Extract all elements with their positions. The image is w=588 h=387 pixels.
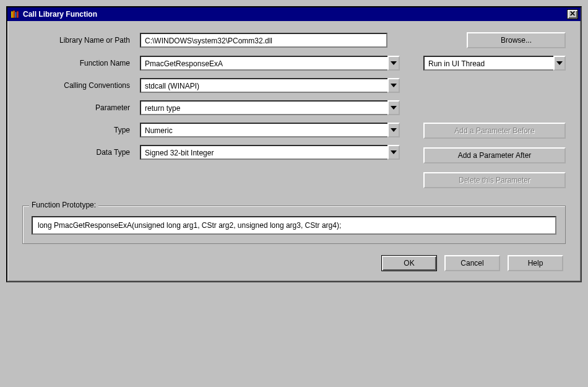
function-prototype-text: long PmacGetResponseExA(unsigned long ar… — [32, 216, 556, 235]
books-icon — [10, 9, 20, 19]
parameter-combo[interactable]: return type — [140, 100, 400, 115]
function-name-label: Function Name — [22, 59, 134, 67]
library-path-input[interactable]: C:\WINDOWS\system32\PComm32.dll — [140, 33, 387, 48]
parameter-value[interactable]: return type — [140, 100, 387, 115]
chevron-down-icon[interactable] — [387, 56, 400, 71]
type-value[interactable]: Numeric — [140, 123, 387, 137]
ok-button[interactable]: OK — [381, 255, 437, 271]
calling-conventions-label: Calling Conventions — [22, 81, 134, 90]
dialog-content: Library Name or Path C:\WINDOWS\system32… — [7, 21, 581, 281]
type-label: Type — [22, 126, 134, 134]
calling-conventions-combo[interactable]: stdcall (WINAPI) — [140, 78, 400, 93]
help-button[interactable]: Help — [508, 255, 563, 271]
data-type-combo[interactable]: Signed 32-bit Integer — [140, 145, 400, 160]
delete-parameter-button: Delete this Parameter — [423, 172, 566, 188]
titlebar: Call Library Function ✕ — [7, 7, 581, 21]
function-name-combo[interactable]: PmacGetResponseExA — [140, 56, 400, 71]
chevron-down-icon[interactable] — [553, 56, 566, 71]
library-path-label: Library Name or Path — [22, 36, 134, 45]
type-combo[interactable]: Numeric — [140, 123, 400, 137]
add-parameter-after-button[interactable]: Add a Parameter After — [423, 147, 566, 163]
chevron-down-icon[interactable] — [387, 123, 400, 137]
cancel-button[interactable]: Cancel — [444, 255, 500, 271]
data-type-label: Data Type — [22, 148, 134, 157]
thread-combo[interactable]: Run in UI Thread — [423, 56, 566, 71]
svg-rect-1 — [13, 11, 15, 18]
function-prototype-legend: Function Prototype: — [29, 201, 98, 209]
call-library-function-dialog: Call Library Function ✕ Library Name or … — [6, 6, 582, 282]
thread-value[interactable]: Run in UI Thread — [423, 56, 553, 71]
chevron-down-icon[interactable] — [387, 100, 400, 115]
svg-rect-0 — [11, 11, 13, 18]
window-title: Call Library Function — [23, 10, 567, 19]
parameter-label: Parameter — [22, 103, 134, 112]
chevron-down-icon[interactable] — [387, 145, 400, 160]
chevron-down-icon[interactable] — [387, 78, 400, 93]
svg-rect-2 — [15, 12, 17, 18]
add-parameter-before-button: Add a Parameter Before — [423, 123, 566, 139]
svg-rect-3 — [17, 11, 19, 18]
data-type-value[interactable]: Signed 32-bit Integer — [140, 145, 387, 160]
close-icon[interactable]: ✕ — [567, 9, 578, 19]
calling-conventions-value[interactable]: stdcall (WINAPI) — [140, 78, 387, 93]
function-prototype-group: Function Prototype: long PmacGetResponse… — [22, 206, 566, 244]
dialog-buttons: OK Cancel Help — [22, 255, 566, 271]
browse-button[interactable]: Browse... — [467, 32, 566, 48]
function-name-value[interactable]: PmacGetResponseExA — [140, 56, 387, 71]
